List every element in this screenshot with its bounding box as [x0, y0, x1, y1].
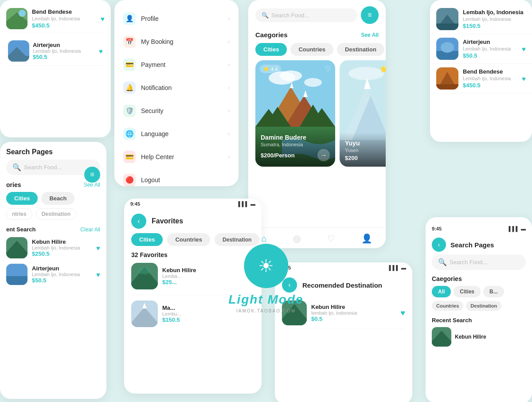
search-box[interactable]: 🔍 Search Food... [255, 8, 357, 22]
search-status-time: 9:45 [432, 226, 442, 231]
see-all-left[interactable]: See All [84, 182, 100, 188]
destination-cards: ⭐4.4 ♡ Damine Budere Sumatra, Indonesia … [248, 60, 386, 167]
dest-price: $200/Person [261, 152, 295, 159]
list-item-2: Airterjeun Lembah Ijo, Indonesia $50.5 ♥ [430, 34, 532, 64]
fav-thumb-1 [131, 263, 158, 289]
menu-item-language[interactable]: 🌐 Language › [114, 122, 239, 145]
menu-item-booking[interactable]: 📅 My Booking › [114, 30, 239, 53]
recent-search-title-right: Recent Search [426, 315, 532, 327]
item-info: Bend Bendese Lembah Ijo, Indonesia $450.… [32, 8, 96, 29]
heart-rec-1[interactable]: ♥ [400, 308, 405, 318]
rec-status-icons: ▌▌▌ ▬ [389, 265, 406, 270]
item-price: $450.5 [32, 22, 96, 29]
dest-name: Damine Budere [261, 134, 330, 141]
recent-thumb-2 [6, 264, 27, 285]
list-price-2: $50.5 [463, 52, 517, 59]
profile-label: Profile [141, 15, 159, 22]
see-all-button[interactable]: See All [361, 32, 379, 38]
chevron-icon: › [228, 62, 230, 68]
logout-label: Logout [141, 176, 160, 183]
language-icon: 🌐 [123, 128, 136, 140]
security-label: Security [141, 107, 164, 114]
item-name: Bend Bendese [32, 8, 96, 15]
rec-name-1: Kebun Hilire [311, 304, 396, 310]
payment-label: Payment [141, 61, 165, 68]
heart-icon[interactable]: ♡ [325, 65, 331, 73]
tab-all-right[interactable]: All [432, 286, 451, 297]
compass-nav-icon[interactable]: ◎ [293, 233, 301, 244]
back-button[interactable]: ‹ [131, 214, 146, 229]
tab-cities[interactable]: Cities [255, 43, 287, 56]
tab-beach-left[interactable]: Beach [41, 192, 74, 205]
svg-rect-36 [6, 276, 27, 285]
heart-icon[interactable]: ♥ [101, 15, 105, 23]
heart-icon-list-2[interactable]: ♥ [522, 45, 526, 53]
tab-countries-left[interactable]: ntries [6, 208, 32, 220]
menu-button[interactable]: ≡ [361, 6, 379, 24]
recent-name-1: Kebun Hilire [32, 238, 92, 245]
tab-destination-left[interactable]: Destination [36, 208, 76, 220]
menu-item-profile[interactable]: 👤 Profile › [114, 7, 239, 30]
top-list-item-1: Bend Bendese Lembah Ijo, Indonesia $450.… [6, 4, 105, 33]
category-tabs-left-2: ntries Destination [0, 208, 106, 224]
list-name-3: Bend Bendese [463, 68, 517, 75]
menu-item-payment[interactable]: 💳 Payment › [114, 53, 239, 76]
search-placeholder-left: Search Food... [24, 164, 62, 171]
dest-location: Sumatra, Indonesia [261, 142, 330, 147]
filter-button[interactable]: ≡ [84, 167, 100, 183]
heart-icon-2[interactable]: ♥ [99, 47, 103, 55]
profile-nav-icon[interactable]: 👤 [361, 233, 372, 244]
tab-destination[interactable]: Destination [337, 43, 384, 56]
tab-destination-right[interactable]: Destination [466, 301, 501, 311]
tab-b-right[interactable]: B... [483, 286, 504, 297]
home-nav-icon[interactable]: ⌂ [262, 234, 267, 244]
rec-signal-icon: ▌▌▌ [389, 265, 399, 270]
search-pages-right-card: 9:45 ▌▌▌ ▬ ‹ Search Pages 🔍 Search Food.… [426, 217, 532, 402]
battery-icon: ▬ [250, 201, 255, 207]
menu-item-helpcenter[interactable]: 💳 Help Center › [114, 145, 239, 168]
rec-loc-1: lembah ijo, indonesia [311, 310, 396, 316]
watermark-text: Light Mode [228, 293, 303, 307]
discover-card: 🔍 Search Food... ≡ Caegories See All Cit… [248, 0, 386, 248]
list-price-1: $150.5 [463, 23, 526, 29]
search-status-bar: 9:45 ▌▌▌ ▬ [426, 223, 532, 234]
menu-item-security[interactable]: 🛡️ Security › [114, 99, 239, 122]
heart-icon-list-3[interactable]: ♥ [522, 75, 526, 82]
tab-cities-left[interactable]: Cities [6, 192, 38, 205]
recent-item-2: Airterjeun Lembah Ijo, Indonesia $50.5 ♥ [0, 261, 106, 288]
search-pages-title-right: Search Pages [450, 241, 494, 249]
fav-thumb-2 [131, 301, 158, 327]
search-icon-right: 🔍 [438, 258, 447, 266]
list-name-1: Lembah Ijo, Indonesia [463, 9, 526, 16]
rec-price-1: $0.5 [311, 316, 396, 322]
chevron-icon: › [228, 16, 230, 22]
search-bar-right: 🔍 Search Food... [426, 254, 532, 273]
search-input-right[interactable]: 🔍 Search Food... [432, 254, 526, 270]
destination-card-1[interactable]: ⭐4.4 ♡ Damine Budere Sumatra, Indonesia … [255, 60, 335, 167]
arrow-button[interactable]: → [317, 149, 330, 161]
category-tabs-right-2: Countries Destination [426, 301, 532, 315]
destination-card-2[interactable]: ⭐ Yuyu Yusen $200 [340, 60, 386, 167]
svg-rect-26 [436, 23, 458, 30]
menu-item-logout[interactable]: 🔴 Logout [114, 168, 239, 186]
tab-countries-right[interactable]: Countries [432, 301, 463, 311]
svg-point-7 [280, 70, 302, 81]
tab-countries[interactable]: Countries [290, 43, 333, 56]
language-label: Language [141, 130, 168, 137]
search-back-button[interactable]: ‹ [432, 238, 446, 252]
tab-countries-fav[interactable]: Countries [167, 233, 210, 246]
heart-recent-2[interactable]: ♥ [96, 271, 100, 278]
heart-nav-icon[interactable]: ♡ [327, 233, 335, 244]
chevron-icon: › [228, 154, 230, 160]
clear-all-button[interactable]: Clear All [80, 226, 100, 233]
item-location: Lembah Ijo, Indonesia [32, 16, 96, 21]
menu-item-notification[interactable]: 🔔 Notification › [114, 76, 239, 99]
tab-cities-fav[interactable]: Cities [131, 233, 163, 246]
heart-recent-1[interactable]: ♥ [96, 244, 100, 252]
dest-price-row-2: $200 [345, 155, 386, 161]
rec-battery-icon: ▬ [401, 265, 406, 270]
profile-menu-card: 👤 Profile › 📅 My Booking › 💳 Payment › 🔔… [114, 0, 239, 186]
booking-label: My Booking [141, 38, 173, 45]
heart-icon-2[interactable]: ⭐ [379, 65, 386, 73]
tab-cities-right[interactable]: Cities [454, 286, 481, 297]
